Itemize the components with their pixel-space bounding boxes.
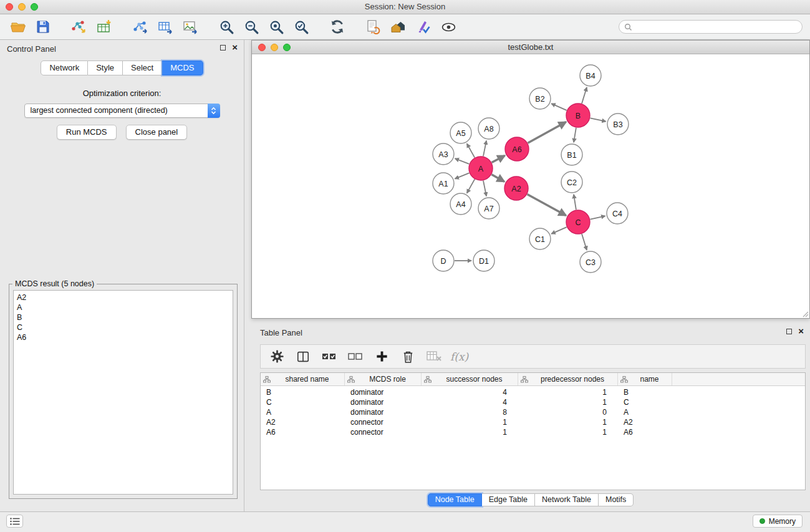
toolbar-search[interactable] (619, 20, 803, 34)
refresh-view-button[interactable] (327, 16, 348, 37)
graph-node-B4[interactable]: B4 (580, 65, 601, 86)
zoom-fit-button[interactable] (266, 16, 287, 37)
result-item[interactable]: A (17, 302, 229, 312)
mcds-result-list[interactable]: A2ABCA6 (13, 290, 233, 495)
float-table-panel-button[interactable] (786, 329, 792, 334)
add-column-button[interactable] (372, 347, 392, 367)
close-panel-button[interactable]: × (232, 44, 238, 51)
tab-select[interactable]: Select (123, 60, 162, 75)
network-canvas[interactable]: B4B2BB3A5A8A6A3B1AC2A1A2A4A7C4CC1C3DD1 (252, 55, 809, 318)
column-header[interactable]: name (618, 373, 672, 385)
result-item[interactable]: A6 (17, 332, 229, 342)
graph-edge[interactable] (528, 122, 566, 143)
graph-edge[interactable] (591, 118, 606, 121)
graph-node-C2[interactable]: C2 (561, 172, 582, 193)
tab-network[interactable]: Network (41, 60, 88, 75)
graph-edge[interactable] (582, 234, 587, 250)
zoom-in-button[interactable] (216, 16, 237, 37)
table-row[interactable]: A6connector11A6 (261, 427, 805, 437)
tab-edge-table[interactable]: Edge Table (482, 493, 535, 506)
graph-edge[interactable] (528, 195, 566, 216)
search-input[interactable] (635, 22, 797, 31)
graph-edge[interactable] (551, 227, 566, 234)
graph-node-C[interactable]: C (566, 210, 590, 234)
graph-edge[interactable] (455, 173, 470, 178)
graph-edge[interactable] (574, 195, 576, 210)
graph-edge[interactable] (491, 175, 504, 181)
graph-node-A2[interactable]: A2 (504, 177, 528, 200)
graph-node-C3[interactable]: C3 (580, 251, 601, 273)
graph-node-B3[interactable]: B3 (607, 114, 629, 135)
criterion-dropdown[interactable]: largest connected component (directed) (24, 104, 220, 118)
tab-style[interactable]: Style (88, 60, 123, 75)
table-row[interactable]: Adominator80A (261, 407, 805, 417)
task-history-button[interactable] (6, 515, 23, 528)
export-network-button[interactable] (130, 16, 151, 37)
table-settings-button[interactable] (267, 347, 287, 367)
style-validator-button[interactable] (413, 16, 434, 37)
import-table-button[interactable] (94, 16, 115, 37)
graph-edge[interactable] (483, 141, 486, 157)
select-all-button[interactable] (319, 347, 339, 367)
result-item[interactable]: A2 (17, 293, 229, 302)
delete-column-button[interactable] (398, 347, 418, 367)
function-builder-button[interactable]: f(x) (450, 347, 468, 367)
graph-edge[interactable] (574, 128, 576, 142)
graph-edge[interactable] (582, 87, 587, 104)
graph-node-A8[interactable]: A8 (478, 118, 499, 139)
graph-node-B[interactable]: B (566, 104, 590, 127)
tab-motifs[interactable]: Motifs (599, 493, 634, 506)
column-header[interactable]: predecessor nodes (518, 373, 618, 385)
network-window-titlebar[interactable]: testGlobe.txt (252, 41, 809, 54)
open-session-button[interactable] (7, 16, 29, 37)
close-table-panel-button[interactable]: × (798, 328, 804, 334)
graph-node-D1[interactable]: D1 (473, 250, 494, 271)
graph-node-D[interactable]: D (433, 250, 454, 271)
houses-button[interactable] (388, 16, 409, 37)
tab-mcds[interactable]: MCDS (162, 60, 203, 75)
deselect-all-button[interactable] (345, 347, 365, 367)
table-row[interactable]: Bdominator41B (261, 387, 805, 397)
graph-edge[interactable] (492, 155, 505, 162)
graph-edge[interactable] (551, 104, 566, 110)
resize-grip-icon[interactable] (801, 310, 809, 317)
column-header[interactable]: shared name (261, 373, 345, 385)
graph-edge[interactable] (467, 143, 475, 157)
zoom-selected-button[interactable] (291, 16, 312, 37)
graph-node-A3[interactable]: A3 (433, 143, 454, 165)
graph-edge[interactable] (483, 181, 486, 196)
graph-node-A4[interactable]: A4 (450, 193, 471, 215)
export-table-button[interactable] (155, 16, 176, 37)
run-mcds-button[interactable]: Run MCDS (57, 125, 117, 140)
graph-node-A6[interactable]: A6 (505, 137, 529, 161)
delete-table-button[interactable] (424, 347, 444, 367)
graph-edge[interactable] (591, 216, 605, 219)
column-header[interactable]: MCDS role (345, 373, 422, 385)
graph-node-C1[interactable]: C1 (529, 228, 551, 249)
column-header[interactable]: successor nodes (422, 373, 518, 385)
graph-edge[interactable] (455, 158, 470, 164)
graph-node-A1[interactable]: A1 (433, 173, 454, 194)
show-columns-button[interactable] (293, 347, 313, 367)
close-panel-action-button[interactable]: Close panel (126, 125, 188, 140)
graph-node-B1[interactable]: B1 (561, 144, 582, 165)
show-hide-button[interactable] (438, 16, 459, 37)
graph-node-B2[interactable]: B2 (529, 88, 551, 109)
tab-node-table[interactable]: Node Table (428, 493, 482, 506)
graph-node-A7[interactable]: A7 (478, 198, 499, 219)
graph-edge[interactable] (467, 179, 475, 193)
table-row[interactable]: A2connector11A2 (261, 417, 805, 427)
export-image-button[interactable] (180, 16, 201, 37)
graph-node-A5[interactable]: A5 (450, 122, 471, 143)
zoom-out-button[interactable] (241, 16, 262, 37)
network-graph[interactable]: B4B2BB3A5A8A6A3B1AC2A1A2A4A7C4CC1C3DD1 (252, 55, 809, 319)
tab-network-table[interactable]: Network Table (535, 493, 599, 506)
graph-node-A[interactable]: A (469, 157, 493, 180)
result-item[interactable]: B (17, 312, 229, 322)
memory-button[interactable]: Memory (753, 515, 803, 528)
document-sync-button[interactable] (363, 16, 384, 37)
result-item[interactable]: C (17, 322, 229, 332)
float-panel-button[interactable] (220, 45, 226, 51)
node-table[interactable]: shared nameMCDS rolesuccessor nodesprede… (260, 372, 806, 490)
table-row[interactable]: Cdominator41C (261, 397, 805, 407)
